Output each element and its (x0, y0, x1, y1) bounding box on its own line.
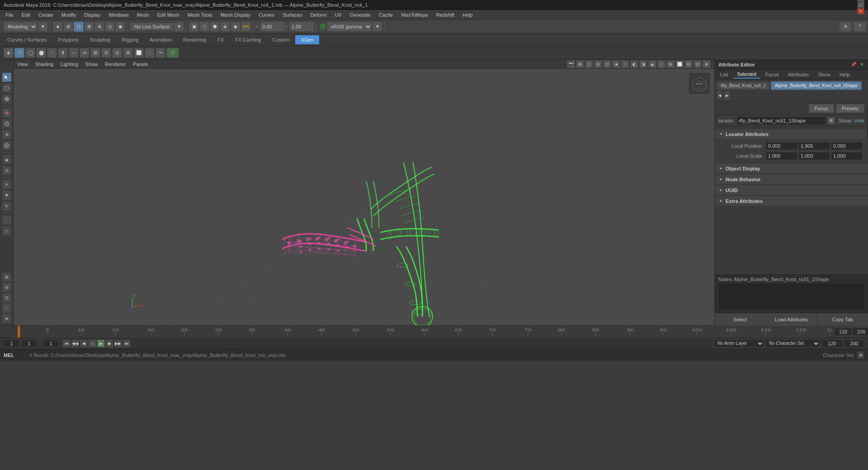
render-btn5[interactable]: ◆ (231, 22, 241, 32)
menu-help[interactable]: Help (459, 11, 476, 19)
tool-rotate[interactable] (2, 119, 12, 129)
copy-tab-button[interactable]: Copy Tab (817, 313, 868, 326)
tool-hexagon[interactable]: ⬡ (166, 48, 179, 58)
local-scale-x[interactable] (766, 152, 797, 160)
hide-link[interactable]: Hide (854, 118, 864, 123)
menu-display[interactable]: Display (80, 11, 104, 19)
tool-dots[interactable]: ⋮ (145, 48, 155, 58)
go-to-start-btn[interactable]: ⏮ (62, 339, 71, 348)
go-to-end-btn[interactable]: ⏭ (123, 339, 131, 348)
select-hier-btn[interactable]: ⊞ (63, 22, 73, 32)
menu-edit[interactable]: Edit (18, 11, 34, 19)
menu-maxtomaya[interactable]: MaxToMaya (397, 11, 431, 19)
prev-frame-btn[interactable]: ◀ (80, 339, 88, 348)
attr-tab-list[interactable]: List (717, 71, 731, 78)
attr-tab-help[interactable]: Help (836, 71, 854, 78)
menu-edit-mesh[interactable]: Edit Mesh (154, 11, 183, 19)
tab-fx[interactable]: FX (212, 35, 229, 44)
mode-arrow[interactable]: ▼ (38, 22, 48, 32)
attr-editor-pin-btn[interactable]: 📌 (850, 62, 857, 67)
vp-isolate-btn[interactable]: ⊕ (703, 60, 711, 68)
prev-key-btn[interactable]: ◀◀ (71, 339, 79, 348)
playback-current-frame1[interactable] (21, 339, 37, 348)
node-behavior-section[interactable]: ► Node Behavior (715, 174, 868, 184)
vp-lighting-menu[interactable]: Lighting (61, 61, 78, 67)
vp-resolution-btn[interactable]: ⊞ (666, 60, 675, 68)
attr-editor-close-btn[interactable]: ✕ (859, 62, 864, 67)
menu-deform[interactable]: Deform (307, 11, 330, 19)
menu-mesh-display[interactable]: Mesh Display (217, 11, 254, 19)
mode-select[interactable]: Modeling (4, 22, 38, 32)
attr-tab-selected[interactable]: Selected (733, 70, 760, 79)
menu-mesh[interactable]: Mesh (133, 11, 153, 19)
load-attributes-button[interactable]: Load Attributes (766, 313, 817, 326)
attr-tab-attributes[interactable]: Attributes (784, 71, 812, 78)
select-all-btn[interactable]: ◈ (53, 22, 63, 32)
render-btn4[interactable]: ◈ (220, 22, 230, 32)
next-frame-btn[interactable]: ▶ (105, 339, 113, 348)
attr-locator-icon-btn[interactable]: ⊞ (828, 117, 835, 124)
ipr-btn[interactable]: IPR (241, 22, 251, 32)
tool-arrow1[interactable]: ↑ (47, 48, 57, 58)
tool-paint-select[interactable] (2, 94, 12, 104)
tool-group4[interactable]: ⬚ (2, 303, 12, 313)
snap-grid-btn[interactable]: ⊡ (74, 22, 84, 32)
coord-y-input[interactable]: 1.00 (289, 22, 314, 32)
tab-rigging[interactable]: Rigging (116, 35, 144, 44)
attr-locator-input[interactable]: rfly_Bend_Knot_ncli1_1Shape (736, 116, 826, 125)
tab-sculpting[interactable]: Sculpting (85, 35, 116, 44)
tool-lasso[interactable] (2, 83, 12, 93)
local-pos-z[interactable] (831, 142, 863, 150)
tool-arrow3[interactable]: ↔ (69, 48, 79, 58)
tool-move[interactable] (2, 108, 12, 118)
playback-start-frame[interactable] (4, 339, 19, 348)
snap-pt-btn[interactable]: ⊕ (94, 22, 104, 32)
coord-x-input[interactable]: 0.00 (260, 22, 285, 32)
tool-sphere[interactable]: ◎ (112, 48, 122, 58)
object-display-section[interactable]: ► Object Display (715, 164, 868, 174)
vp-aa-btn[interactable]: ◒ (648, 60, 656, 68)
colorspace-select[interactable]: sRGB gamma (327, 22, 372, 32)
vp-shading-menu[interactable]: Shading (35, 61, 53, 67)
tool-soft-modify[interactable]: ◈ (2, 155, 12, 164)
menu-create[interactable]: Create (35, 11, 57, 19)
timeline-range-input-end[interactable] (834, 328, 852, 336)
vp-grid-btn[interactable]: ⊞ (576, 60, 584, 68)
vp-view-menu[interactable]: View (17, 61, 28, 67)
tool-active[interactable]: ⬡ (14, 48, 24, 58)
render-btn1[interactable]: ▣ (189, 22, 199, 32)
attr-node-next-btn[interactable]: ▶ (724, 91, 730, 100)
vp-icon1[interactable]: | (657, 60, 665, 68)
vp-wire1-btn[interactable]: ⬡ (585, 60, 593, 68)
menu-mesh-tools[interactable]: Mesh Tools (184, 11, 216, 19)
tool-group2[interactable]: ⊟ (2, 282, 12, 292)
status-settings-icon[interactable]: ⚙ (857, 352, 864, 359)
local-pos-y[interactable] (798, 142, 830, 150)
vp-shadow-btn[interactable]: ◐ (630, 60, 638, 68)
char-set-select[interactable]: No Character Set (766, 339, 820, 348)
play-backward-btn[interactable]: ◁ (88, 339, 96, 348)
vp-shading-btn[interactable]: ◈ (612, 60, 620, 68)
tool-group5[interactable]: ⊕ (2, 314, 12, 324)
tool-show-manip[interactable]: ⊙ (2, 165, 12, 175)
vp-safe2-btn[interactable]: ⊟ (684, 60, 693, 68)
tool-grid[interactable]: ⊟ (101, 48, 111, 58)
tool-track[interactable]: ✥ (2, 190, 12, 200)
render-btn2[interactable]: ⬡ (199, 22, 209, 32)
close-button[interactable]: ✕ (857, 8, 864, 14)
menu-uv[interactable]: UV (331, 11, 345, 19)
colorspace-arrow[interactable]: ▼ (373, 22, 382, 32)
vp-show-menu[interactable]: Show (85, 61, 98, 67)
tab-rendering[interactable]: Rendering (178, 35, 212, 44)
next-key-btn[interactable]: ▶▶ (114, 339, 122, 348)
vp-hud-btn[interactable]: ⊡ (693, 60, 702, 68)
menu-redshift[interactable]: Redshift (433, 11, 458, 19)
menu-curves[interactable]: Curves (255, 11, 278, 19)
tool-extra1[interactable]: ⬚ (2, 215, 12, 225)
tool-frame[interactable]: ⬜ (134, 48, 144, 58)
attr-tab-show[interactable]: Show (814, 71, 834, 78)
snap-view-btn[interactable]: ◎ (105, 22, 115, 32)
tab-xgen[interactable]: XGen (295, 35, 319, 44)
focus-button[interactable]: Focus (809, 104, 834, 113)
anim-layer-select[interactable]: No Anim Layer (714, 339, 764, 348)
